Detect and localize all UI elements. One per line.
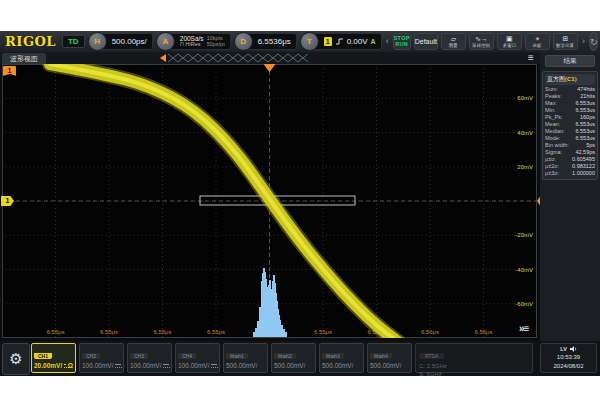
volt-axis-label: -40mV <box>515 267 533 273</box>
trigger-sweep-mode: A <box>371 38 376 45</box>
channel-tab: Math2 <box>274 353 296 359</box>
run-stop-button[interactable]: STOP RUN <box>393 33 411 50</box>
stat-value: 6.553us <box>575 107 595 114</box>
stat-row: μ±σ:0.605495 <box>545 156 595 163</box>
refresh-icon[interactable]: ↻ <box>589 32 599 51</box>
card-title-suffix: ) <box>575 76 577 82</box>
gear-icon[interactable]: ⚙ <box>2 343 30 375</box>
measure-button[interactable]: ▱测量 <box>441 33 466 50</box>
stat-value: 21hits <box>580 93 595 100</box>
math-label: 数学运算 <box>556 43 574 48</box>
rigol-logo: RIGOL <box>5 35 56 48</box>
stat-label: μ±2σ: <box>545 163 559 170</box>
stat-label: Pk_Pk: <box>545 114 562 121</box>
horizontal-control[interactable]: H 500.00ps/ <box>88 32 153 51</box>
stat-label: Sigma: <box>545 149 562 156</box>
cursor-button[interactable]: ⌖光标 <box>525 33 550 50</box>
results-panel: 结果 直方图(C1) Sum:474hitsPeaks:21hitsMax:6.… <box>540 52 600 341</box>
channel-tab: CH2 <box>82 353 100 359</box>
channel-box-ch3[interactable]: CH3100.00mV/0.00V <box>127 343 172 373</box>
stat-value: 474hits <box>577 86 595 93</box>
volt-axis-label: 40mV <box>517 130 533 136</box>
channel-scale: 500.00mV/ <box>226 362 265 370</box>
stat-row: Peaks:21hits <box>545 93 595 100</box>
trigger-control[interactable]: T 1 0.00V A <box>300 32 382 51</box>
channel-box-math2[interactable]: Math2500.00mV/CH1+CH1 <box>271 343 316 373</box>
waveform-grid-area[interactable]: 6.55μs6.55μs6.55μs6.55μs6.55μs6.55μs6.55… <box>2 64 537 338</box>
delay-control[interactable]: D 6.5536μs <box>234 32 297 51</box>
tab-waveform-view[interactable]: 波形视图 <box>2 53 46 64</box>
multi-window-button[interactable]: ▣多窗口 <box>497 33 522 50</box>
dc-coupling-icon <box>211 364 217 369</box>
volt-axis-label: -60mV <box>515 301 533 307</box>
grid-svg: 6.55μs6.55μs6.55μs6.55μs6.55μs6.55μs6.55… <box>2 64 537 338</box>
delay-knob[interactable]: D <box>234 32 253 51</box>
histogram-card-title[interactable]: 直方图(C1) <box>545 74 595 85</box>
stat-row: Sum:474hits <box>545 86 595 93</box>
channel-box-ch2[interactable]: CH2100.00mV/0.00V <box>79 343 124 373</box>
channel-scale: 500.00mV/ <box>370 362 409 370</box>
acquire-knob[interactable]: A <box>156 32 175 51</box>
channel-offset: 0.00V <box>34 370 73 373</box>
rtsa-center-freq: C: 2.5GHz <box>419 362 529 370</box>
stat-row: Max:6.553us <box>545 100 595 107</box>
rtsa-tab: RTSA <box>419 353 444 359</box>
card-title-text: 直方图( <box>547 76 567 82</box>
channel-scale: 500.00mV/ <box>322 362 361 370</box>
stat-label: Min: <box>545 107 555 114</box>
volt-axis-label: 60mV <box>517 95 533 101</box>
results-header: 结果 <box>545 55 595 67</box>
multi-window-label: 多窗口 <box>503 43 517 48</box>
time-axis-label: 6.55μs <box>153 329 171 335</box>
default-button[interactable]: Default <box>414 33 438 50</box>
trigger-knob[interactable]: T <box>300 32 319 51</box>
system-clock-box[interactable]: LV 10:53:39 2024/08/02 <box>540 343 597 373</box>
trigger-slope-icon <box>335 37 344 46</box>
lan-status-icon: LV <box>560 346 567 352</box>
channel-box-ch4[interactable]: CH4100.00mV/0.00V <box>175 343 220 373</box>
memory-overview-strip[interactable] <box>160 53 308 63</box>
tab-row: 波形视图 ≡ <box>0 52 540 64</box>
expand-menu-icon[interactable]: »≡ <box>519 323 528 334</box>
stat-row: Mode:6.553us <box>545 135 595 142</box>
stat-label: Peaks: <box>545 93 562 100</box>
stat-label: Mean: <box>545 121 560 128</box>
dc-coupling-icon <box>115 364 121 369</box>
acquire-control[interactable]: A 200Sa/s ⊓ HiRes 10kpts 50ps/pt <box>156 32 231 51</box>
acquire-mode: HiRes <box>186 41 201 47</box>
cursor-label: 光标 <box>533 43 542 48</box>
channel-scale: 20.00mV/Ω <box>34 362 73 370</box>
stat-row: μ±2σ:0.983122 <box>545 163 595 170</box>
channel-offset: 0.00V <box>178 370 217 373</box>
rtsa-box[interactable]: RTSA C: 2.5GHz S: 5GHz <box>415 343 533 373</box>
overview-position-arrow-icon <box>160 54 166 62</box>
channel-box-math4[interactable]: Math4500.00mV/CH1+CH1 <box>367 343 412 373</box>
toolbar-left-chevron[interactable]: ‹ <box>385 37 390 46</box>
horizontal-knob[interactable]: H <box>88 32 107 51</box>
channel-tab: Math4 <box>370 353 392 359</box>
stat-value: 1.000000 <box>572 170 595 177</box>
hires-icon: ⊓ <box>180 41 184 47</box>
toolbar-right-chevron[interactable]: › <box>581 37 586 46</box>
acquire-control-button[interactable]: ∿→采样控制 <box>469 33 494 50</box>
channel-box-math1[interactable]: Math1500.00mV/CH1+CH1 <box>223 343 268 373</box>
trigger-position-marker[interactable] <box>264 64 276 72</box>
beeper-icon <box>569 345 577 353</box>
channel-box-ch1[interactable]: CH120.00mV/Ω0.00V <box>31 343 76 373</box>
trigger-status-badge: TD <box>62 35 85 49</box>
time-axis-label: 6.55μs <box>207 329 225 335</box>
default-label: Default <box>415 38 437 45</box>
histogram-bar <box>285 332 287 337</box>
screenshot-stage: RIGOL TD H 500.00ps/ A 200Sa/s ⊓ HiRes 1… <box>0 0 600 400</box>
stat-row: Sigma:42.59ps <box>545 149 595 156</box>
channel-tab: Math1 <box>226 353 248 359</box>
run-label: RUN <box>395 42 408 48</box>
math-button[interactable]: ⊞数学运算 <box>553 33 578 50</box>
channel-box-math3[interactable]: Math3500.00mV/CH1+CH1 <box>319 343 364 373</box>
measure-label: 测量 <box>449 43 458 48</box>
histogram-bar <box>257 321 259 337</box>
stat-row: μ±3σ:1.000000 <box>545 170 595 177</box>
system-date: 2024/08/02 <box>541 362 596 371</box>
menu-icon[interactable]: ≡ <box>528 52 534 63</box>
stat-value: 6.553us <box>575 128 595 135</box>
